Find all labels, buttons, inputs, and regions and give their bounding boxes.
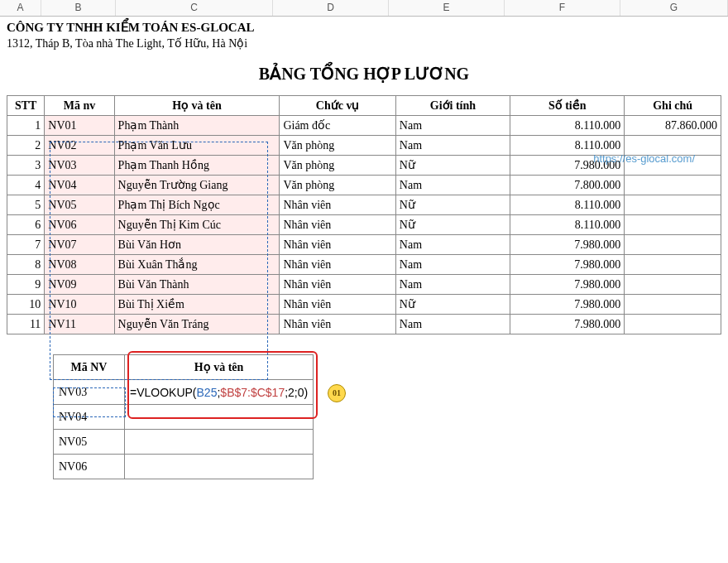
cell-hoten[interactable]: Phạm Thị Bích Ngọc [114,195,280,215]
cell-gioitinh[interactable]: Nam [395,235,510,255]
formula-cell[interactable]: =VLOOKUP(B25;$B$7:$C$17;2;0) [125,380,314,405]
cell-sotien[interactable]: 7.980.000 [510,295,625,315]
cell-manv[interactable]: NV05 [45,195,114,215]
cell-stt[interactable]: 5 [7,195,45,215]
cell-chucvu[interactable]: Giám đốc [280,116,395,136]
lk-th-hoten: Họ và tên [125,355,314,380]
cell-ghichu[interactable] [625,176,721,195]
cell-stt[interactable]: 9 [7,275,45,295]
cell-ghichu[interactable]: 87.860.000 [625,116,721,136]
cell-sotien[interactable]: 8.110.000 [510,116,625,136]
cell-chucvu[interactable]: Văn phòng [280,136,395,156]
cell-manv[interactable]: NV07 [45,235,114,255]
cell-hoten[interactable]: Bùi Thị Xiềm [114,295,280,315]
cell-manv[interactable]: NV03 [45,156,114,176]
cell-ghichu[interactable] [625,275,721,295]
cell-hoten[interactable]: Nguyễn Văn Tráng [114,315,280,334]
cell-chucvu[interactable]: Nhân viên [280,215,395,235]
cell-chucvu[interactable]: Nhân viên [280,195,395,215]
cell-manv[interactable]: NV08 [45,255,114,275]
watermark-url: https://es-glocal.com/ [593,152,695,165]
cell-hoten[interactable]: Bùi Văn Hơn [114,235,280,255]
cell-stt[interactable]: 7 [7,235,45,255]
cell-gioitinh[interactable]: Nữ [395,295,510,315]
cell-stt[interactable]: 8 [7,255,45,275]
col-header-F[interactable]: F [505,0,620,16]
cell-chucvu[interactable]: Văn phòng [280,176,395,195]
th-hoten: Họ và tên [114,96,280,116]
cell-manv[interactable]: NV01 [45,116,114,136]
cell-gioitinh[interactable]: Nam [395,255,510,275]
cell-manv[interactable]: NV09 [45,275,114,295]
cell-gioitinh[interactable]: Nam [395,315,510,334]
lookup-manv-cell[interactable]: NV05 [54,430,125,455]
lookup-result-cell[interactable] [125,430,314,455]
cell-chucvu[interactable]: Nhân viên [280,255,395,275]
col-header-A[interactable]: A [0,0,41,16]
cell-ghichu[interactable] [625,255,721,275]
cell-stt[interactable]: 3 [7,156,45,176]
cell-ghichu[interactable] [625,295,721,315]
cell-stt[interactable]: 10 [7,295,45,315]
cell-chucvu[interactable]: Nhân viên [280,315,395,334]
cell-manv[interactable]: NV04 [45,176,114,195]
cell-manv[interactable]: NV02 [45,136,114,156]
col-header-C[interactable]: C [116,0,273,16]
cell-gioitinh[interactable]: Nam [395,176,510,195]
cell-gioitinh[interactable]: Nữ [395,215,510,235]
cell-sotien[interactable]: 7.980.000 [510,275,625,295]
cell-sotien[interactable]: 7.980.000 [510,315,625,334]
col-header-D[interactable]: D [273,0,389,16]
cell-stt[interactable]: 6 [7,215,45,235]
lookup-manv-cell[interactable]: NV03 [54,380,125,405]
table-row: 9NV09Bùi Văn ThànhNhân viênNam7.980.000 [7,275,721,295]
cell-gioitinh[interactable]: Nữ [395,195,510,215]
cell-sotien[interactable]: 7.980.000 [510,255,625,275]
cell-manv[interactable]: NV06 [45,215,114,235]
lookup-manv-cell[interactable]: NV04 [54,405,125,430]
cell-stt[interactable]: 4 [7,176,45,195]
th-stt: STT [7,96,45,116]
lookup-result-cell[interactable] [125,455,314,479]
lookup-manv-cell[interactable]: NV06 [54,455,125,479]
th-chucvu: Chức vụ [280,96,395,116]
column-header-row: A B C D E F G [0,0,728,17]
cell-hoten[interactable]: Phạm Văn Lưu [114,136,280,156]
cell-gioitinh[interactable]: Nam [395,275,510,295]
cell-hoten[interactable]: Nguyễn Thị Kim Cúc [114,215,280,235]
cell-hoten[interactable]: Phạm Thanh Hồng [114,156,280,176]
cell-hoten[interactable]: Bùi Xuân Thắng [114,255,280,275]
table-row: 4NV04Nguyễn Trường GiangVăn phòngNam7.80… [7,176,721,195]
lookup-result-cell[interactable] [125,405,314,430]
cell-sotien[interactable]: 8.110.000 [510,195,625,215]
cell-manv[interactable]: NV10 [45,295,114,315]
cell-chucvu[interactable]: Văn phòng [280,156,395,176]
cell-sotien[interactable]: 7.800.000 [510,176,625,195]
table-row: 1NV01Phạm ThànhGiám đốcNam8.110.00087.86… [7,116,721,136]
cell-chucvu[interactable]: Nhân viên [280,295,395,315]
cell-sotien[interactable]: 8.110.000 [510,215,625,235]
cell-hoten[interactable]: Phạm Thành [114,116,280,136]
cell-chucvu[interactable]: Nhân viên [280,235,395,255]
cell-stt[interactable]: 1 [7,116,45,136]
table-row: 11NV11Nguyễn Văn TrángNhân viênNam7.980.… [7,315,721,334]
cell-ghichu[interactable] [625,315,721,334]
cell-hoten[interactable]: Bùi Văn Thành [114,275,280,295]
col-header-E[interactable]: E [389,0,505,16]
cell-sotien[interactable]: 7.980.000 [510,235,625,255]
cell-gioitinh[interactable]: Nữ [395,156,510,176]
cell-chucvu[interactable]: Nhân viên [280,275,395,295]
cell-stt[interactable]: 2 [7,136,45,156]
cell-manv[interactable]: NV11 [45,315,114,334]
col-header-B[interactable]: B [41,0,116,16]
cell-gioitinh[interactable]: Nam [395,116,510,136]
lookup-row: NV03=VLOOKUP(B25;$B$7:$C$17;2;0) [54,380,314,405]
cell-stt[interactable]: 11 [7,315,45,334]
cell-ghichu[interactable] [625,215,721,235]
cell-ghichu[interactable] [625,195,721,215]
cell-hoten[interactable]: Nguyễn Trường Giang [114,176,280,195]
cell-gioitinh[interactable]: Nam [395,136,510,156]
col-header-G[interactable]: G [620,0,728,16]
cell-ghichu[interactable] [625,235,721,255]
salary-table: STT Mã nv Họ và tên Chức vụ Giới tính Số… [7,95,721,334]
